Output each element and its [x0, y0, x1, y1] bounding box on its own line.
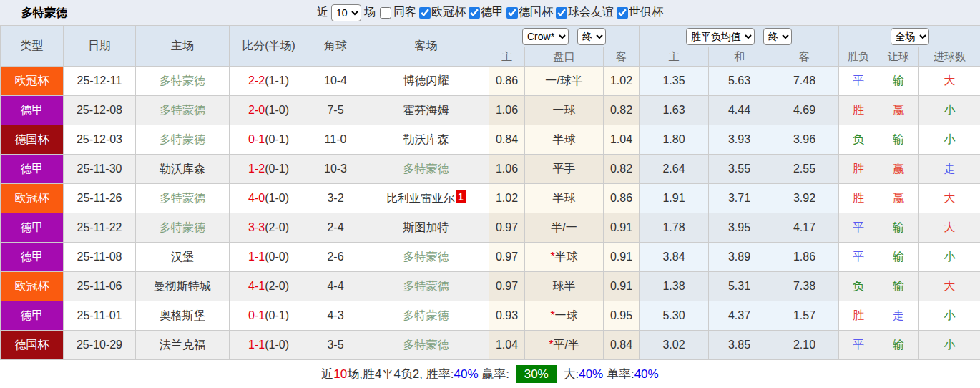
away-team-name: 比利亚雷亚尔: [386, 192, 455, 204]
odds-away-cell: 0.95: [604, 301, 640, 331]
scope-select[interactable]: 全场: [891, 28, 929, 45]
half-score: (0-1): [265, 309, 289, 321]
home-team-name: 多特蒙德: [160, 104, 205, 116]
handicap-result-cell: 输: [878, 243, 919, 272]
full-score: 3-3: [248, 221, 265, 233]
odds-away-cell: 0.91: [604, 272, 640, 301]
away-team-name: 多特蒙德: [403, 309, 449, 321]
odds-home-cell: 1.06: [489, 96, 525, 125]
handicap-result-cell: 赢: [878, 184, 919, 213]
half-score: (0-0): [265, 251, 289, 263]
avg-draw-cell: 4.44: [709, 96, 770, 125]
match-row: 德甲25-11-01奥格斯堡0-1(0-1)4-3多特蒙德0.93*一球0.95…: [1, 301, 980, 331]
avg-group-header: 胜平负均值 终: [640, 26, 839, 47]
handicap-cell: 半球: [525, 125, 604, 155]
avg-draw-cell: 3.55: [709, 155, 770, 184]
summary-part-1: 10: [333, 367, 347, 381]
score-cell: 0-1(0-1): [230, 301, 308, 331]
avg-home-cell: 3.84: [640, 243, 709, 272]
subcol-odds-away: 客: [604, 47, 640, 67]
away-team-cell: 斯图加特: [363, 213, 489, 243]
competition-label-1: 德甲: [481, 5, 504, 20]
full-score: 1-2: [248, 163, 265, 175]
competition-badge: 德国杯: [1, 331, 64, 360]
home-team-name: 多特蒙德: [160, 221, 205, 233]
same-away-checkbox[interactable]: [380, 7, 391, 19]
competition-checkbox-3[interactable]: [556, 7, 567, 19]
handicap-cell: 半/一: [525, 213, 604, 243]
odds-home-cell: 0.97: [489, 272, 525, 301]
avg-draw-cell: 3.95: [709, 213, 770, 243]
competition-filters: 欧冠杯德甲德国杯球会友谊世俱杯: [416, 5, 663, 20]
competition-label-4: 世俱杯: [629, 5, 663, 20]
full-score: 2-0: [248, 104, 265, 116]
handicap-cell: *半球: [525, 243, 604, 272]
handicap-cell: 球半: [525, 272, 604, 301]
competition-checkbox-4[interactable]: [617, 7, 628, 19]
odds-home-cell: 1.06: [489, 155, 525, 184]
outcome-cell: 平: [839, 243, 878, 272]
subcol-handicap: 盘口: [525, 47, 604, 67]
competition-label-2: 德国杯: [519, 5, 553, 20]
odds-time-select[interactable]: 终: [577, 28, 606, 45]
half-score: (2-0): [265, 221, 289, 233]
subcol-avg-home: 主: [640, 47, 709, 67]
col-header-score: 比分(半场): [230, 26, 308, 67]
match-row: 德甲25-12-08多特蒙德2-0(1-0)7-5霍芬海姆1.06一球0.821…: [1, 96, 980, 125]
competition-checkbox-0[interactable]: [419, 7, 431, 19]
handicap-result-cell: 输: [878, 67, 919, 96]
competition-checkbox-2[interactable]: [506, 7, 518, 19]
corner-cell: 3-5: [308, 331, 363, 360]
avg-away-cell: 4.17: [770, 213, 839, 243]
handicap-star: *: [549, 339, 553, 351]
odds-away-cell: 0.82: [604, 155, 640, 184]
summary-part-8: 单率:: [603, 367, 634, 381]
avg-type-select[interactable]: 胜平负均值: [686, 28, 755, 45]
half-score: (1-0): [265, 192, 289, 204]
summary-part-3: 40%: [454, 367, 478, 381]
match-row: 德甲25-11-30勒沃库森1-2(0-1)10-3多特蒙德1.06平手0.82…: [1, 155, 980, 184]
away-team-name: 多特蒙德: [403, 251, 449, 263]
matches-table: 类型 日期 主场 比分(半场) 角球 客场 Crow* 终 胜平负均值 终: [0, 25, 980, 360]
col-header-corner: 角球: [308, 26, 363, 67]
home-team-cell: 汉堡: [136, 243, 230, 272]
date-cell: 25-12-11: [64, 67, 136, 96]
handicap-cell: 一球: [525, 96, 604, 125]
goals-cell: 小: [919, 243, 980, 272]
odds-home-cell: 0.93: [489, 301, 525, 331]
corner-cell: 2-6: [308, 243, 363, 272]
recent-count-select[interactable]: 10: [331, 4, 361, 21]
avg-time-select[interactable]: 终: [763, 28, 792, 45]
match-row: 欧冠杯25-12-11多特蒙德2-2(1-1)10-4博德闪耀0.86一/球半1…: [1, 67, 980, 96]
avg-draw-cell: 3.71: [709, 184, 770, 213]
half-score: (1-0): [265, 339, 289, 351]
top-bar: 多特蒙德 近 10 场 同客 欧冠杯德甲德国杯球会友谊世俱杯: [0, 0, 980, 25]
odds-home-cell: 1.04: [489, 331, 525, 360]
away-team-cell: 多特蒙德: [363, 155, 489, 184]
date-cell: 25-11-30: [64, 155, 136, 184]
competition-checkbox-1[interactable]: [469, 7, 480, 19]
half-score: (1-0): [265, 104, 289, 116]
page-title: 多特蒙德: [21, 0, 67, 25]
subcol-handicap-result: 让球: [878, 47, 919, 67]
subcol-odds-home: 主: [489, 47, 525, 67]
filter-bar: 近 10 场 同客 欧冠杯德甲德国杯球会友谊世俱杯: [317, 4, 663, 21]
odds-away-cell: 0.91: [604, 213, 640, 243]
outcome-cell: 胜: [839, 184, 878, 213]
odds-away-cell: 0.91: [604, 243, 640, 272]
home-team-name: 多特蒙德: [160, 192, 205, 204]
summary-part-7: 40%: [579, 367, 603, 381]
goals-cell: 大: [919, 67, 980, 96]
away-team-cell: 多特蒙德: [363, 243, 489, 272]
odds-group-header: Crow* 终: [489, 26, 640, 47]
avg-draw-cell: 3.89: [709, 243, 770, 272]
home-team-cell: 多特蒙德: [136, 125, 230, 155]
odds-company-select[interactable]: Crow*: [522, 28, 569, 45]
handicap-result-cell: 输: [878, 272, 919, 301]
competition-badge: 欧冠杯: [1, 272, 64, 301]
away-team-name: 勒沃库森: [403, 133, 449, 145]
home-team-cell: 奥格斯堡: [136, 301, 230, 331]
subcol-avg-draw: 和: [709, 47, 770, 67]
goals-cell: 小: [919, 301, 980, 331]
competition-filter-3: 球会友谊: [553, 5, 614, 20]
